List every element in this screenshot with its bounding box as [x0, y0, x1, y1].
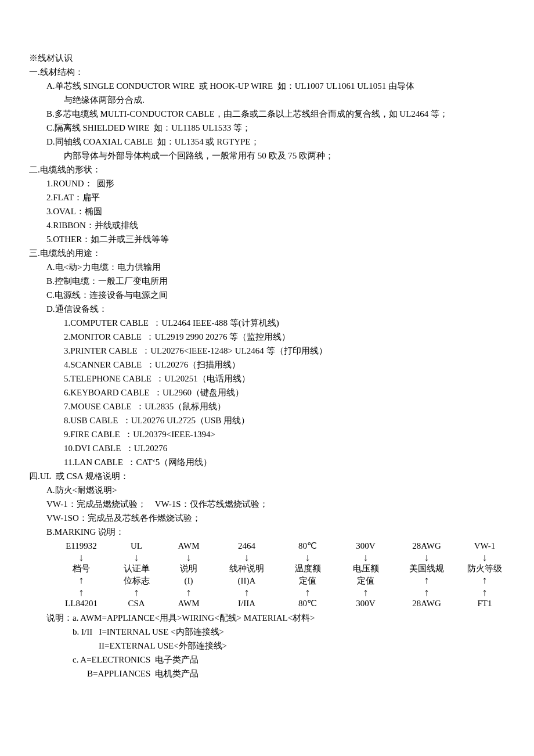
diagram-bottom-0: LL84201 [52, 597, 110, 610]
arrow-up-icon: ↑ [337, 587, 395, 597]
arrow-up-icon: ↑ [215, 587, 279, 597]
diagram-bottom-row: LL84201 CSA AWM I/IIA 80℃ 300V 28AWG FT1 [52, 597, 511, 610]
s1-heading: 一.线材结构： [29, 65, 511, 79]
s1-a-line1: A.单芯线 SINGLE CONDUCTOR WIRE 或 HOOK-UP WI… [29, 79, 511, 93]
diagram-mid1-1: 认证单 [110, 563, 163, 575]
arrow-up-icon: ↑ [79, 574, 84, 586]
s3-d: D.通信设备线： [29, 302, 511, 316]
arrow-down-icon: ↓ [279, 552, 337, 563]
diagram-mid1-3: 线种说明 [215, 563, 279, 575]
s3-heading: 三.电缆线的用途： [29, 246, 511, 260]
diagram-arrows-up: ↑ ↑ ↑ ↑ ↑ ↑ ↑ ↑ [52, 587, 511, 597]
s3-d3: 3.PRINTER CABLE ：UL20276<IEEE-1248> UL24… [29, 344, 511, 358]
arrow-down-icon: ↓ [337, 552, 395, 563]
diagram-mid1-row: 档号 认证单 说明 线种说明 温度额 电压额 美国线规 防火等级 [52, 563, 511, 575]
diagram-mid1-2: 说明 [163, 563, 215, 575]
s2-i4: 4.RIBBON：并线或排线 [29, 218, 511, 232]
s4-b: B.MARKING 说明： [29, 525, 511, 539]
diagram-mid2-7: ↑ [459, 575, 511, 587]
s3-d8: 8.USB CABLE ：UL20276 UL2725（USB 用线） [29, 413, 511, 427]
s3-c: C.电源线：连接设备与电源之间 [29, 288, 511, 302]
s4-a1: VW-1：完成品燃烧试验； VW-1S：仅作芯线燃烧试验； [29, 497, 511, 511]
s3-d11: 11.LAN CABLE ：CAT‘5（网络用线） [29, 455, 511, 469]
s1-d2: 内部导体与外部导体构成一个回路线，一般常用有 50 欧及 75 欧两种； [29, 149, 511, 163]
s2-heading: 二.电缆线的形状： [29, 163, 511, 177]
arrow-up-icon: ↑ [163, 587, 215, 597]
s3-d1: 1.COMPUTER CABLE ：UL2464 IEEE-488 等(计算机线… [29, 316, 511, 330]
diagram-top-7: VW-1 [459, 540, 511, 552]
arrow-up-icon: ↑ [482, 574, 488, 586]
diagram-bottom-6: 28AWG [395, 597, 459, 610]
s1-c: C.隔离线 SHIELDED WIRE 如：UL1185 UL1533 等； [29, 121, 511, 135]
s1-b: B.多芯电缆线 MULTI-CONDUCTOR CABLE，由二条或二条以上芯线… [29, 107, 511, 121]
diagram-top-5: 300V [337, 540, 395, 552]
notes-label: 说明： [46, 613, 73, 622]
diagram-top-3: 2464 [215, 540, 279, 552]
diagram-top-2: AWM [163, 540, 215, 552]
s3-d6: 6.KEYBOARD CABLE ：UL2960（键盘用线） [29, 386, 511, 399]
diagram-top-6: 28AWG [395, 540, 459, 552]
diagram-mid2-5: 定值 [337, 575, 395, 587]
s3-d10: 10.DVI CABLE ：UL20276 [29, 441, 511, 455]
diagram-bottom-7: FT1 [459, 597, 511, 610]
s2-i1: 1.ROUND： 圆形 [29, 177, 511, 190]
s3-b: B.控制电缆：一般工厂变电所用 [29, 274, 511, 288]
s4-notes: 说明：a. AWM=APPLIANCE<用具>WIRING<配线> MATERI… [29, 611, 511, 625]
diagram-top-row: E119932 UL AWM 2464 80℃ 300V 28AWG VW-1 [52, 540, 511, 552]
s4-note-b2: II=EXTERNAL USE<外部连接线> [29, 639, 511, 653]
s4-note-c2: B=APPLIANCES 电机类产品 [29, 667, 511, 681]
diagram-mid2-row: ↑ 位标志 (I) (II)A 定值 定值 ↑ ↑ [52, 575, 511, 587]
diagram-mid2-3: (II)A [215, 575, 279, 587]
arrow-down-icon: ↓ [52, 552, 110, 563]
s3-d5: 5.TELEPHONE CABLE ：UL20251（电话用线） [29, 372, 511, 386]
s4-heading: 四.UL 或 CSA 规格说明： [29, 469, 511, 483]
diagram-top-4: 80℃ [279, 540, 337, 552]
diagram-arrows-down: ↓ ↓ ↓ ↓ ↓ ↓ ↓ ↓ [52, 552, 511, 563]
arrow-down-icon: ↓ [459, 552, 511, 563]
diagram-mid1-5: 电压额 [337, 563, 395, 575]
diagram-bottom-2: AWM [163, 597, 215, 610]
s2-i3: 3.OVAL：椭圆 [29, 204, 511, 218]
diagram-top-1: UL [110, 540, 163, 552]
arrow-up-icon: ↑ [459, 587, 511, 597]
s1-d: D.同轴线 COAXIAL CABLE 如：UL1354 或 RGTYPE； [29, 135, 511, 149]
diagram-mid2-2: (I) [163, 575, 215, 587]
diagram-bottom-1: CSA [110, 597, 163, 610]
arrow-down-icon: ↓ [215, 552, 279, 563]
s4-note-a: a. AWM=APPLIANCE<用具>WIRING<配线> MATERIAL<… [73, 613, 315, 622]
diagram-mid2-1: 位标志 [110, 575, 163, 587]
s3-d7: 7.MOUSE CABLE ：UL2835（鼠标用线） [29, 399, 511, 413]
marking-diagram: E119932 UL AWM 2464 80℃ 300V 28AWG VW-1 … [52, 540, 511, 610]
s4-a2: VW-1SO：完成品及芯线各作燃烧试验； [29, 511, 511, 525]
arrow-down-icon: ↓ [163, 552, 215, 563]
s4-a: A.防火<耐燃说明> [29, 483, 511, 497]
diagram-mid1-7: 防火等级 [459, 563, 511, 575]
arrow-up-icon: ↑ [110, 587, 163, 597]
s3-a: A.电<动>力电缆：电力供输用 [29, 260, 511, 274]
s4-note-b1: b. I/II I=INTERNAL USE <内部连接线> [29, 625, 511, 639]
arrow-down-icon: ↓ [395, 552, 459, 563]
diagram-mid1-6: 美国线规 [395, 563, 459, 575]
diagram-bottom-5: 300V [337, 597, 395, 610]
s4-note-c1: c. A=ELECTRONICS 电子类产品 [29, 653, 511, 667]
diagram-mid1-0: 档号 [52, 563, 110, 575]
diagram-bottom-4: 80℃ [279, 597, 337, 610]
s2-i5: 5.OTHER：如二并或三并线等等 [29, 232, 511, 246]
s2-i2: 2.FLAT：扁平 [29, 190, 511, 204]
arrow-up-icon: ↑ [279, 587, 337, 597]
doc-title: ※线材认识 [29, 51, 511, 65]
arrow-up-icon: ↑ [424, 574, 430, 586]
diagram-mid1-4: 温度额 [279, 563, 337, 575]
diagram-mid2-6: ↑ [395, 575, 459, 587]
s1-a-line2: 与绝缘体两部分合成. [29, 93, 511, 107]
arrow-up-icon: ↑ [52, 587, 110, 597]
s3-d9: 9.FIRE CABLE ：UL20379<IEEE-1394> [29, 427, 511, 441]
diagram-mid2-4: 定值 [279, 575, 337, 587]
arrow-down-icon: ↓ [110, 552, 163, 563]
diagram-bottom-3: I/IIA [215, 597, 279, 610]
arrow-up-icon: ↑ [395, 587, 459, 597]
diagram-mid2-0: ↑ [52, 575, 110, 587]
diagram-top-0: E119932 [52, 540, 110, 552]
s3-d4: 4.SCANNER CABLE ：UL20276（扫描用线） [29, 358, 511, 372]
s3-d2: 2.MONITOR CABLE ：UL2919 2990 20276 等（监控用… [29, 330, 511, 344]
